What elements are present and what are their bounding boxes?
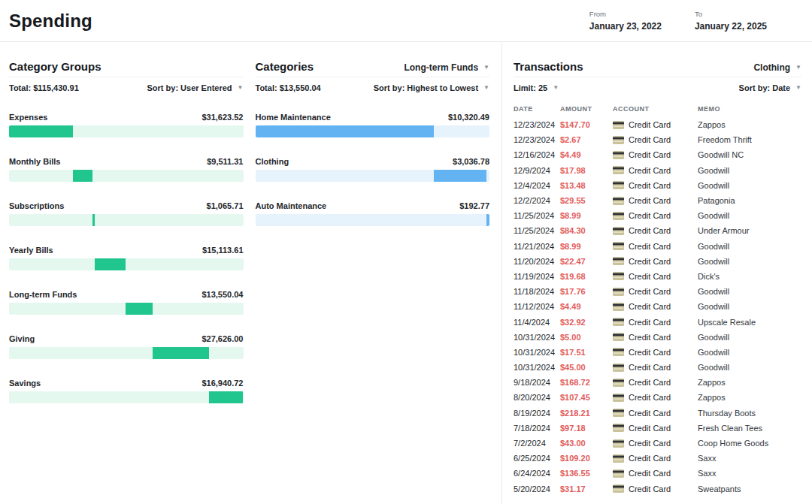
transaction-account: Credit Card [613,196,698,205]
transaction-account: Credit Card [613,469,698,478]
column-header-amount: AMOUNT [560,105,613,113]
transaction-memo: Fresh Clean Tees [698,424,801,433]
to-date-field[interactable]: To January 22, 2025 [695,10,767,32]
transaction-account-name: Credit Card [629,439,671,448]
chevron-down-icon: ▼ [795,65,801,71]
bar-list-item[interactable]: Savings $16,940.72 [9,379,244,403]
transactions-limit-dropdown[interactable]: Limit: 25 ▼ [514,83,559,92]
categories-sort-label: Sort by: Highest to Lowest [374,83,478,92]
bar-list-item[interactable]: Monthly Bills $9,511.31 [9,157,244,182]
credit-card-icon [613,151,624,159]
transaction-row: 6/25/2024 $109.20 Credit Card Saxx [514,451,801,466]
bar-list-item[interactable]: Expenses $31,623.52 [9,113,244,137]
transaction-amount: $107.45 [560,393,613,402]
bar-item-label: Auto Maintenance [256,201,327,210]
transaction-memo: Saxx [698,469,801,478]
transaction-account: Credit Card [613,348,698,357]
bar-list-item[interactable]: Yearly Bills $15,113.61 [9,246,244,270]
credit-card-icon [613,227,624,235]
transaction-row: 12/16/2024 $4.49 Credit Card Goodwill NC [514,147,801,162]
credit-card-icon [613,484,624,493]
transactions-title: Transactions [514,60,583,73]
bar-fill-segment [73,170,92,182]
bar-list-item[interactable]: Home Maintenance $10,320.49 [256,113,490,137]
transaction-account-name: Credit Card [629,257,671,266]
bar-item-label: Home Maintenance [256,113,331,122]
transaction-account: Credit Card [613,211,698,220]
transaction-account-name: Credit Card [629,226,671,235]
chevron-down-icon: ▼ [483,65,489,71]
category-groups-panel: Category Groups Total: $115,430.91 Sort … [9,60,244,504]
transaction-account-name: Credit Card [629,166,671,175]
date-range: From January 23, 2022 To January 22, 202… [589,10,767,32]
from-date-value[interactable]: January 23, 2022 [589,21,662,32]
bar-list-item[interactable]: Subscriptions $1,065.71 [9,201,244,226]
transaction-date: 11/25/2024 [514,226,560,235]
bar-fill-segment [209,391,244,403]
transaction-row: 10/31/2024 $5.00 Credit Card Goodwill [514,330,801,345]
transaction-date: 11/21/2024 [514,242,560,251]
transaction-date: 10/31/2024 [514,333,560,342]
credit-card-icon [613,136,624,144]
transaction-memo: Goodwill [698,302,801,311]
column-header-date: DATE [514,105,560,113]
transaction-amount: $13.48 [560,181,613,190]
bar-list-item[interactable]: Giving $27,626.00 [9,334,244,359]
transaction-amount: $168.72 [560,378,613,387]
transaction-amount: $17.76 [560,287,613,296]
transaction-row: 12/4/2024 $13.48 Credit Card Goodwill [514,178,801,193]
categories-total: Total: $13,550.04 [256,83,321,92]
transaction-account: Credit Card [613,363,698,372]
bar-list-item[interactable]: Clothing $3,036.78 [256,157,490,182]
transaction-memo: Patagonia [698,196,801,205]
bar-fill-segment [95,258,126,270]
categories-panel: Categories Long-term Funds ▼ Total: $13,… [256,60,490,504]
bar-track [9,258,244,270]
bar-fill-segment [486,214,489,226]
chevron-down-icon: ▼ [553,85,559,91]
transactions-category-filter-dropdown[interactable]: Clothing ▼ [753,62,801,73]
transaction-date: 10/31/2024 [514,363,560,372]
transaction-memo: Dick's [698,272,801,281]
transaction-memo: Zappos [698,378,801,387]
transactions-sort-dropdown[interactable]: Sort by: Date ▼ [739,83,801,92]
bar-fill-segment [434,170,486,182]
from-date-field[interactable]: From January 23, 2022 [589,10,662,32]
transaction-memo: Goodwill [698,287,801,296]
bar-list-item[interactable]: Long-term Funds $13,550.04 [9,290,244,315]
bar-item-amount: $27,626.00 [201,334,243,343]
categories-sort-dropdown[interactable]: Sort by: Highest to Lowest ▼ [374,83,489,92]
transaction-account: Credit Card [613,484,698,493]
transaction-account: Credit Card [613,287,698,296]
category-groups-sort-dropdown[interactable]: Sort by: User Entered ▼ [147,83,243,92]
transaction-memo: Upscale Resale [698,318,801,327]
transaction-account-name: Credit Card [629,424,671,433]
to-date-value[interactable]: January 22, 2025 [695,21,767,32]
to-date-label: To [695,10,767,18]
bar-track [9,391,244,403]
bar-item-amount: $15,113.61 [202,246,243,255]
bar-list-item[interactable]: Auto Maintenance $192.77 [256,201,490,226]
transaction-account-name: Credit Card [629,348,671,357]
transaction-date: 12/2/2024 [514,196,560,205]
bar-item-label: Yearly Bills [9,246,53,255]
credit-card-icon [613,272,624,280]
transaction-memo: Goodwill [698,166,801,175]
transaction-memo: Goodwill [698,348,801,357]
transaction-row: 9/18/2024 $168.72 Credit Card Zappos [514,375,801,390]
transactions-list: 12/23/2024 $147.70 Credit Card Zappos 12… [514,117,801,496]
categories-group-filter-dropdown[interactable]: Long-term Funds ▼ [404,62,489,73]
transaction-row: 12/23/2024 $2.67 Credit Card Freedom Thr… [514,132,801,147]
transaction-memo: Coop Home Goods [698,439,801,448]
bar-fill-segment [92,214,95,226]
transaction-row: 11/19/2024 $19.68 Credit Card Dick's [514,269,801,284]
from-date-label: From [589,10,662,18]
transaction-amount: $5.00 [560,333,613,342]
category-groups-list: Expenses $31,623.52 Monthly Bills $9,511… [9,113,244,403]
bar-track [9,303,244,315]
credit-card-icon [613,424,624,432]
categories-list: Home Maintenance $10,320.49 Clothing $3,… [256,113,490,226]
transaction-account: Credit Card [613,135,698,144]
bar-fill-segment [9,125,73,137]
transaction-account-name: Credit Card [629,211,671,220]
